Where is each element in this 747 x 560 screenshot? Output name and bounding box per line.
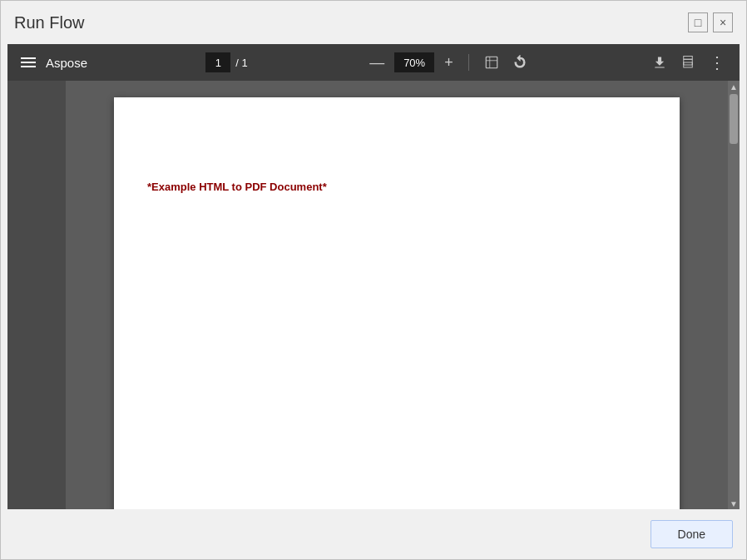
fit-page-button[interactable] (481, 52, 502, 73)
pdf-viewer-container: Aspose / 1 — + (7, 44, 740, 509)
zoom-out-button[interactable]: — (366, 55, 388, 70)
download-button[interactable] (649, 52, 670, 73)
pdf-viewer: *Example HTML to PDF Document* ▲ ▼ (7, 81, 740, 509)
print-icon (680, 55, 695, 70)
svg-rect-0 (486, 57, 497, 68)
pdf-main-area[interactable]: *Example HTML to PDF Document* (66, 81, 728, 509)
title-bar: Run Flow □ × (1, 1, 746, 44)
brand-label: Aspose (46, 56, 87, 70)
print-button[interactable] (677, 52, 699, 73)
rotate-button[interactable] (509, 52, 531, 73)
maximize-button[interactable]: □ (688, 12, 708, 32)
pdf-page: *Example HTML to PDF Document* (114, 97, 680, 509)
svg-rect-1 (684, 57, 693, 60)
scroll-up-arrow[interactable]: ▲ (728, 81, 740, 92)
scroll-thumb[interactable] (730, 94, 738, 144)
page-separator: / 1 (235, 57, 247, 69)
page-controls: / 1 (205, 52, 247, 72)
pdf-scrollbar[interactable]: ▲ ▼ (728, 81, 740, 509)
more-options-icon: ⋮ (709, 52, 726, 72)
pdf-toolbar: Aspose / 1 — + (7, 44, 740, 81)
pdf-page-content: *Example HTML to PDF Document* (147, 181, 646, 193)
download-icon (652, 55, 667, 70)
menu-icon[interactable] (17, 54, 39, 71)
toolbar-right-actions: ⋮ (649, 49, 730, 76)
done-button[interactable]: Done (651, 520, 733, 548)
rotate-icon (512, 55, 527, 70)
scroll-down-arrow[interactable]: ▼ (728, 498, 740, 509)
run-flow-dialog: Run Flow □ × Aspose / 1 — + (0, 0, 747, 560)
pdf-left-panel (7, 81, 66, 509)
zoom-level-display[interactable] (394, 52, 434, 72)
bottom-bar: Done (1, 509, 746, 559)
toolbar-divider (468, 54, 469, 71)
page-number-input[interactable] (205, 52, 230, 72)
dialog-title: Run Flow (14, 13, 84, 32)
title-bar-controls: □ × (688, 12, 733, 32)
more-options-button[interactable]: ⋮ (705, 49, 730, 76)
close-button[interactable]: × (713, 12, 733, 32)
fit-page-icon (484, 55, 499, 70)
zoom-in-button[interactable]: + (441, 55, 457, 70)
